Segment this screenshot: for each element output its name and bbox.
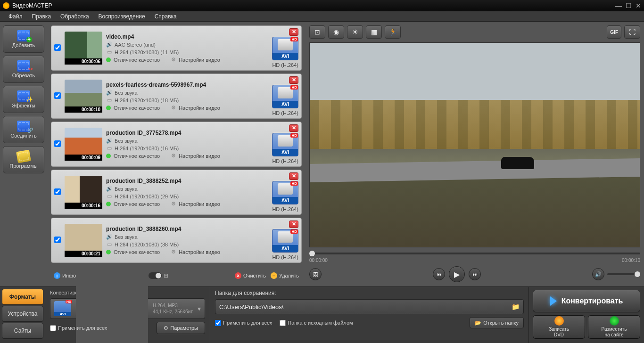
prev-button[interactable]: ⏮ — [433, 268, 445, 280]
sidebar-fx-button[interactable]: Эффекты — [3, 86, 44, 113]
file-codec: HD (H.264) — [272, 254, 298, 260]
brightness-icon[interactable]: ☀ — [347, 25, 363, 39]
save-path: C:\Users\Public\Videos\ — [219, 303, 512, 310]
menu-file[interactable]: Файл — [4, 13, 27, 20]
format-selector[interactable]: HDAVI AVI HD (H.264) H.264, MP3 44,1 KHz… — [50, 298, 205, 319]
fullscreen-icon[interactable]: ⛶ — [624, 25, 640, 39]
file-item[interactable]: 00:00:10pexels-fearless-dreams-5598967.m… — [51, 74, 302, 119]
file-name: pexels-fearless-dreams-5598967.mp4 — [106, 82, 262, 88]
quality-dot-icon — [106, 202, 111, 206]
file-checkbox[interactable] — [54, 140, 61, 148]
gear-icon: ⚙ — [171, 201, 176, 207]
file-checkbox[interactable] — [54, 92, 61, 100]
tab-formats[interactable]: Форматы — [2, 289, 43, 305]
gif-button[interactable]: GIF — [607, 25, 621, 39]
delete-button[interactable]: −Удалить — [271, 272, 299, 279]
next-button[interactable]: ⏭ — [469, 268, 481, 280]
close-button[interactable]: ✕ — [636, 2, 641, 9]
film-icon[interactable]: ▦ — [366, 25, 382, 39]
convert-arrow-icon — [550, 296, 557, 306]
file-thumbnail: 00:00:16 — [65, 176, 102, 209]
file-settings-link[interactable]: Настройки видео — [179, 249, 220, 255]
output-format-badge[interactable]: HDAVI — [272, 37, 298, 60]
remove-file-button[interactable]: ✕ — [289, 124, 298, 132]
output-format-badge[interactable]: HDAVI — [272, 133, 298, 156]
maximize-button[interactable]: ☐ — [626, 2, 632, 9]
file-audio: 🔊Без звука — [106, 186, 262, 192]
file-checkbox[interactable] — [54, 237, 61, 245]
burn-dvd-button[interactable]: Записать DVD — [533, 315, 585, 339]
file-item[interactable]: 00:00:09production ID_3775278.mp4🔊Без зв… — [51, 122, 302, 167]
open-folder-button[interactable]: 📂Открыть папку — [470, 317, 524, 328]
menu-playback[interactable]: Воспроизведение — [94, 13, 150, 20]
quality-dot-icon — [106, 57, 111, 62]
file-thumbnail: 00:00:09 — [65, 128, 102, 161]
sidebar-prog-button[interactable]: Программы — [3, 146, 44, 173]
enhance-icon[interactable]: ◉ — [328, 25, 344, 39]
video-icon: ▭ — [106, 241, 113, 247]
file-settings-link[interactable]: Настройки видео — [179, 153, 220, 159]
snapshot-icon[interactable]: 🖼 — [309, 268, 322, 280]
file-item[interactable]: 00:00:21production ID_3888260.mp4🔊Без зв… — [51, 218, 302, 263]
file-quality: Отличное качество — [114, 105, 160, 111]
file-video: ▭H.264 (1920x1080) (18 МБ) — [106, 97, 262, 103]
video-icon: ▭ — [106, 145, 113, 151]
volume-slider[interactable] — [607, 273, 640, 275]
file-checkbox[interactable] — [54, 44, 61, 52]
crop-icon[interactable]: ⊡ — [309, 25, 325, 39]
sidebar-join-button[interactable]: Соединить — [3, 116, 44, 143]
play-button[interactable]: ▶ — [449, 266, 465, 282]
file-item[interactable]: 00:00:06video.mp4🔊AAC Stereo (und)▭H.264… — [51, 25, 302, 71]
sidebar-add-button[interactable]: Добавить — [3, 25, 44, 53]
output-format-badge[interactable]: HDAVI — [272, 229, 298, 253]
convert-button[interactable]: Конвертировать — [533, 290, 640, 312]
file-codec: HD (H.264) — [272, 206, 298, 212]
browse-folder-icon[interactable]: 📁 — [512, 303, 520, 310]
menu-edit[interactable]: Правка — [27, 13, 56, 20]
file-settings-link[interactable]: Настройки видео — [179, 57, 220, 63]
join-icon — [17, 121, 30, 132]
parameters-button[interactable]: ⚙Параметры — [157, 322, 205, 334]
menu-processing[interactable]: Обработка — [56, 13, 94, 20]
time-total: 00:00:10 — [622, 258, 640, 263]
apply-all-checkbox[interactable]: Применить для всех — [50, 325, 107, 331]
apply-all-save-checkbox[interactable]: Применить для всех — [215, 320, 272, 326]
volume-icon[interactable]: 🔊 — [592, 268, 604, 280]
video-preview[interactable] — [309, 42, 640, 247]
gear-icon: ⚙ — [171, 57, 176, 63]
file-item[interactable]: 00:00:16production ID_3888252.mp4🔊Без зв… — [51, 170, 302, 215]
save-label: Папка для сохранения: — [215, 290, 524, 296]
file-quality: Отличное качество — [114, 57, 160, 63]
seek-bar[interactable] — [309, 250, 640, 257]
clear-button[interactable]: ×Очистить — [235, 272, 266, 279]
tab-sites[interactable]: Сайты — [2, 323, 43, 339]
remove-file-button[interactable]: ✕ — [289, 172, 298, 180]
file-name: video.mp4 — [106, 33, 262, 40]
source-folder-checkbox[interactable]: Папка с исходным файлом — [280, 320, 353, 326]
video-icon: ▭ — [106, 193, 113, 199]
tab-devices[interactable]: Устройства — [2, 306, 43, 322]
speed-icon[interactable]: 🏃 — [385, 25, 401, 39]
menu-help[interactable]: Справка — [150, 13, 182, 20]
remove-file-button[interactable]: ✕ — [289, 76, 298, 84]
file-settings-link[interactable]: Настройки видео — [179, 201, 220, 207]
file-video: ▭H.264 (1920x1080) (11 МБ) — [106, 49, 262, 55]
file-video: ▭H.264 (1920x1080) (38 МБ) — [106, 241, 262, 247]
output-format-badge[interactable]: HDAVI — [272, 85, 298, 108]
quality-dot-icon — [106, 250, 111, 254]
preview-toolbar: ⊡ ◉ ☀ ▦ 🏃 GIF ⛶ — [309, 25, 640, 40]
file-settings-link[interactable]: Настройки видео — [179, 105, 220, 111]
file-checkbox[interactable] — [54, 188, 61, 196]
file-quality: Отличное качество — [114, 153, 160, 159]
file-video: ▭H.264 (1920x1080) (16 МБ) — [106, 145, 262, 151]
minimize-button[interactable]: — — [615, 2, 622, 9]
menu-bar: Файл Правка Обработка Воспроизведение Сп… — [0, 11, 644, 22]
sidebar-cut-button[interactable]: Обрезать — [3, 56, 44, 83]
output-format-badge[interactable]: HDAVI — [272, 181, 298, 204]
file-duration: 00:00:21 — [65, 251, 102, 257]
title-bar: ВидеоМАСТЕР — ☐ ✕ — [0, 0, 644, 11]
remove-file-button[interactable]: ✕ — [289, 28, 298, 36]
gear-icon: ⚙ — [164, 325, 168, 331]
publish-web-button[interactable]: Разместить на сайте — [588, 315, 640, 339]
remove-file-button[interactable]: ✕ — [289, 220, 298, 228]
